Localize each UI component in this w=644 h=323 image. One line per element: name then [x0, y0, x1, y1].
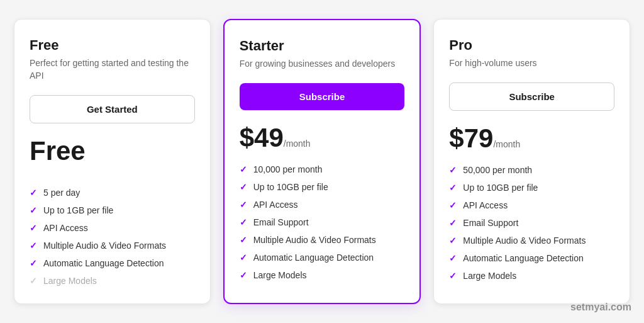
feature-item: ✓Up to 10GB per file — [240, 182, 405, 192]
pricing-container: FreePerfect for getting started and test… — [14, 19, 630, 303]
feature-text: Up to 10GB per file — [253, 182, 328, 192]
pricing-card-pro: ProFor high-volume usersSubscribe$79/mon… — [433, 19, 630, 303]
price-amount-pro: $79 — [449, 123, 493, 153]
feature-item: ✓Up to 1GB per file — [30, 205, 195, 215]
feature-item: ✓Email Support — [449, 218, 614, 228]
check-icon: ✓ — [449, 218, 457, 228]
check-icon: ✓ — [30, 276, 37, 286]
feature-item: ✓API Access — [240, 200, 405, 210]
feature-item: ✓Large Models — [240, 270, 405, 280]
feature-text: 10,000 per month — [253, 164, 323, 174]
feature-item: ✓Multiple Audio & Video Formats — [30, 241, 195, 251]
feature-text: API Access — [43, 223, 88, 233]
check-icon: ✓ — [30, 188, 37, 198]
check-icon: ✓ — [240, 164, 247, 174]
feature-text: Multiple Audio & Video Formats — [253, 235, 376, 245]
feature-text: Large Models — [43, 276, 97, 286]
price-amount-starter: $49 — [240, 123, 284, 152]
cta-button-starter[interactable]: Subscribe — [240, 83, 405, 110]
plan-description-free: Perfect for getting started and testing … — [30, 57, 195, 82]
check-icon: ✓ — [240, 200, 247, 210]
feature-item: ✓Automatic Language Detection — [449, 253, 614, 263]
pricing-card-starter: StarterFor growing businesses and develo… — [223, 19, 421, 303]
feature-text: Email Support — [463, 218, 518, 228]
check-icon: ✓ — [30, 241, 37, 251]
feature-item: ✓Automatic Language Detection — [240, 252, 405, 263]
feature-text: 5 per day — [43, 188, 80, 198]
check-icon: ✓ — [449, 165, 457, 175]
feature-item: ✓Up to 10GB per file — [449, 183, 614, 193]
cta-button-pro[interactable]: Subscribe — [449, 82, 614, 111]
feature-text: API Access — [253, 200, 298, 210]
feature-item: ✓Multiple Audio & Video Formats — [449, 235, 614, 246]
check-icon: ✓ — [240, 270, 247, 280]
check-icon: ✓ — [30, 223, 37, 233]
check-icon: ✓ — [240, 235, 247, 245]
feature-item: ✓API Access — [449, 200, 614, 210]
price-block-pro: $79/month — [449, 123, 614, 154]
feature-item: ✓Multiple Audio & Video Formats — [240, 235, 405, 245]
feature-text: Up to 1GB per file — [43, 205, 113, 215]
plan-name-free: Free — [30, 37, 195, 54]
check-icon: ✓ — [30, 205, 37, 215]
watermark: setmyai.com — [570, 302, 631, 313]
cta-button-free[interactable]: Get Started — [30, 95, 195, 123]
feature-item: ✓Automatic Language Detection — [30, 258, 195, 268]
feature-text: Large Models — [463, 271, 516, 281]
feature-item: ✓Large Models — [30, 276, 195, 286]
check-icon: ✓ — [240, 252, 247, 263]
plan-description-pro: For high-volume users — [449, 57, 614, 70]
price-block-starter: $49/month — [240, 123, 405, 153]
plan-name-pro: Pro — [449, 37, 614, 54]
pricing-card-free: FreePerfect for getting started and test… — [14, 19, 211, 303]
price-period-starter: /month — [284, 139, 311, 149]
feature-text: API Access — [463, 200, 508, 210]
feature-item: ✓50,000 per month — [449, 165, 614, 175]
check-icon: ✓ — [240, 182, 247, 192]
feature-text: Automatic Language Detection — [253, 252, 374, 263]
check-icon: ✓ — [449, 235, 457, 246]
feature-text: Large Models — [253, 270, 307, 280]
features-list-pro: ✓50,000 per month✓Up to 10GB per file✓AP… — [449, 165, 614, 281]
feature-text: Automatic Language Detection — [43, 258, 164, 268]
price-free-label: Free — [30, 136, 195, 166]
plan-name-starter: Starter — [240, 38, 405, 54]
feature-item: ✓10,000 per month — [240, 164, 405, 174]
check-icon: ✓ — [30, 258, 37, 268]
price-period-pro: /month — [493, 139, 520, 149]
feature-item: ✓Email Support — [240, 217, 405, 227]
check-icon: ✓ — [449, 253, 457, 263]
feature-text: 50,000 per month — [463, 165, 532, 175]
check-icon: ✓ — [240, 217, 247, 227]
feature-text: Email Support — [253, 217, 309, 227]
feature-item: ✓API Access — [30, 223, 195, 233]
price-block-free: Free — [30, 136, 195, 176]
feature-text: Multiple Audio & Video Formats — [463, 235, 586, 246]
feature-text: Automatic Language Detection — [463, 253, 583, 263]
plan-description-starter: For growing businesses and developers — [240, 58, 405, 71]
feature-text: Up to 10GB per file — [463, 183, 538, 193]
features-list-free: ✓5 per day✓Up to 1GB per file✓API Access… — [30, 188, 195, 286]
feature-text: Multiple Audio & Video Formats — [43, 241, 166, 251]
feature-item: ✓Large Models — [449, 271, 614, 281]
features-list-starter: ✓10,000 per month✓Up to 10GB per file✓AP… — [240, 164, 405, 280]
check-icon: ✓ — [449, 200, 457, 210]
check-icon: ✓ — [449, 183, 457, 193]
feature-item: ✓5 per day — [30, 188, 195, 198]
check-icon: ✓ — [449, 271, 457, 281]
